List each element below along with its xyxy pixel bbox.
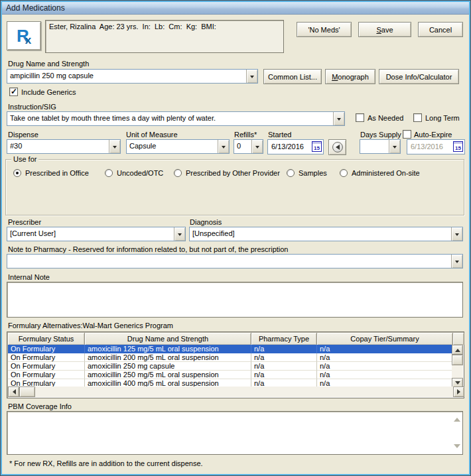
radio-administered-on-site-label: Administered On-site [352,169,420,177]
patient-info-box: Ester, Rizalina Age: 23 yrs. In: Lb: Cm:… [45,20,284,53]
calendar-icon[interactable]: 15 [312,141,322,152]
days-supply-combo[interactable] [360,139,401,154]
monograph-button-rest: onograph [338,73,369,81]
table-cell: On Formulary [8,362,85,371]
column-header-pharmacy-type[interactable]: Pharmacy Type [251,333,317,345]
prescriber-value: [Current User] [7,227,174,241]
radio-administered-on-site[interactable] [340,169,348,177]
vertical-scrollbar[interactable] [452,345,463,388]
refills-combo[interactable]: 0 [234,139,263,154]
scroll-up-icon[interactable] [452,345,463,355]
horizontal-scrollbar[interactable] [8,387,464,397]
chevron-down-icon[interactable] [109,140,120,153]
save-button-rest: ave [381,26,393,34]
vertical-scrollbar-thumb[interactable] [452,355,463,365]
auto-expire-date-field: 6/13/2016 15 [407,139,465,154]
table-cell: On Formulary [8,353,85,362]
table-cell: On Formulary [8,371,85,379]
unit-of-measure-combo[interactable]: Capsule [126,139,230,154]
radio-uncoded-otc[interactable] [105,169,113,177]
note-to-pharmacy-combo[interactable] [7,254,463,268]
table-row[interactable]: On Formularyamoxicillin 250 mg/5 mL oral… [8,371,453,379]
table-cell: amoxicillin 250 mg/5 mL oral suspension [85,371,251,379]
column-header-formulary-status[interactable]: Formulary Status [8,333,85,345]
titlebar[interactable]: Add Medications [2,2,469,15]
days-supply-label: Days Supply [360,131,401,139]
internal-note-label: Internal Note [8,273,50,281]
table-cell: n/a [251,371,317,379]
pbm-coverage-info-textarea[interactable] [7,411,463,455]
table-cell: n/a [251,345,317,353]
calendar-icon[interactable]: 15 [453,141,463,152]
dispense-combo[interactable]: #30 [7,139,121,154]
started-date-field[interactable]: 6/13/2016 15 [267,139,324,154]
chevron-down-icon[interactable] [389,140,400,153]
horizontal-scrollbar-thumb[interactable] [19,387,35,397]
dispense-value: #30 [7,140,109,153]
save-button-accel: S [376,26,381,34]
unit-of-measure-label: Unit of Measure [126,131,178,139]
cancel-button[interactable]: Cancel [418,22,463,37]
include-generics-checkbox[interactable] [9,88,18,96]
monograph-button-accel: M [332,73,338,81]
use-for-groupbox: Use for [5,159,464,215]
instruction-sig-combo[interactable]: Take one tablet by mouth three times a d… [7,111,345,126]
refills-label: Refills* [234,131,257,139]
scroll-up-icon [454,414,460,422]
scroll-left-icon[interactable] [8,387,19,397]
radio-uncoded-otc-label: Uncoded/OTC [117,169,163,177]
column-header-copay-tier[interactable]: Copay Tier/Summary [317,333,453,345]
table-cell: On Formulary [8,345,85,353]
chevron-down-icon[interactable] [251,140,263,153]
save-button[interactable]: Save [358,22,411,37]
chevron-down-icon[interactable] [174,227,185,241]
monograph-button[interactable]: Monograph [325,69,375,84]
internal-note-textarea[interactable] [7,282,463,318]
chevron-down-icon[interactable] [451,227,462,241]
prescriber-combo[interactable]: [Current User] [7,227,186,241]
window-title: Add Medications [6,3,65,13]
drug-name-label: Drug Name and Strength [8,60,89,68]
auto-expire-date-value: 6/13/2016 [407,140,443,154]
formulary-alternatives-label: Formulary Alternatives:Wal-Mart Generics… [8,322,173,329]
table-cell: n/a [251,362,317,371]
drug-name-combo[interactable]: ampicillin 250 mg capsule [7,69,258,84]
prescriber-label: Prescriber [8,218,41,226]
table-row[interactable]: On Formularyamoxicillin 200 mg/5 mL oral… [8,353,453,362]
chevron-down-icon[interactable] [246,70,257,83]
radio-prescribed-in-office[interactable] [13,169,21,177]
scroll-right-icon[interactable] [453,387,464,397]
table-cell: n/a [251,353,317,362]
no-meds-button[interactable]: 'No Meds' [297,22,352,37]
column-header-drug-name[interactable]: Drug Name and Strength [85,333,251,345]
radio-prescribed-in-office-label: Prescribed in Office [25,169,89,177]
rx-logo-button[interactable]: Rx [7,21,41,50]
radio-prescribed-by-other-provider[interactable] [174,169,182,177]
table-row[interactable]: On Formularyamoxicillin 250 mg capsulen/… [8,362,453,371]
include-generics-label: Include Generics [21,88,76,96]
radio-samples[interactable] [287,169,295,177]
chevron-down-icon[interactable] [333,112,344,125]
dose-info-calculator-button[interactable]: Dose Info/Calculator [379,69,459,84]
formulary-table-header: Formulary Status Drug Name and Strength … [8,333,464,345]
previous-date-button[interactable] [328,139,346,155]
radio-prescribed-by-other-provider-label: Prescribed by Other Provider [186,169,280,177]
auto-expire-checkbox[interactable] [403,130,411,139]
diagnosis-combo[interactable]: [Unspecified] [189,227,463,241]
long-term-checkbox[interactable] [413,113,422,122]
days-supply-value [360,140,389,153]
table-cell: n/a [317,345,453,353]
table-cell: n/a [317,371,453,379]
column-header-filler [453,333,464,345]
as-needed-label: As Needed [368,114,403,122]
chevron-down-icon[interactable] [451,255,462,268]
chevron-down-icon[interactable] [218,140,229,153]
pbm-coverage-info-label: PBM Coverage Info [8,402,72,410]
table-cell: n/a [317,362,453,371]
refills-footnote: * For new RX, Refills are in addition to… [9,459,203,467]
table-cell: amoxicillin 125 mg/5 mL oral suspension [85,345,251,353]
table-row[interactable]: On Formularyamoxicillin 125 mg/5 mL oral… [8,345,453,353]
refills-value: 0 [234,140,251,153]
common-list-button[interactable]: Common List... [263,69,322,84]
as-needed-checkbox[interactable] [356,113,364,122]
